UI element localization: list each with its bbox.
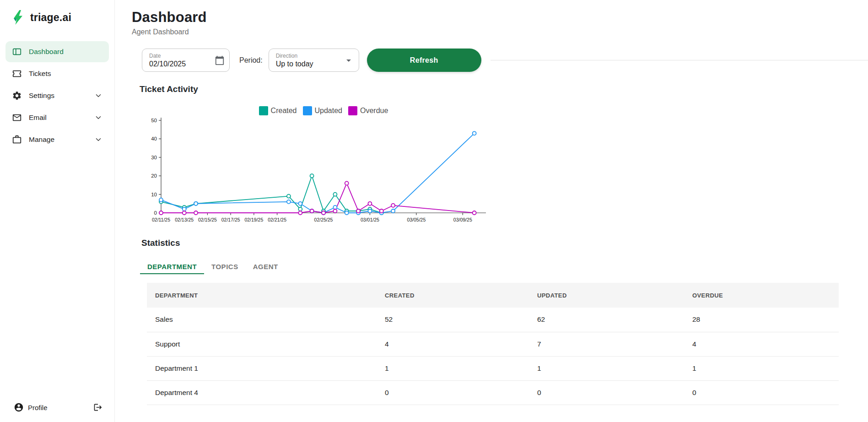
sidebar: triage.ai Dashboard Tickets Settings	[0, 0, 115, 422]
header-created: CREATED	[377, 283, 529, 308]
cell-overdue: 28	[684, 308, 839, 332]
stats-table-row: Support474	[147, 332, 839, 356]
svg-text:02/11/25: 02/11/25	[152, 217, 170, 222]
logout-button[interactable]	[92, 402, 103, 413]
chevron-down-icon	[94, 135, 102, 144]
tab-department[interactable]: DEPARTMENT	[140, 259, 204, 274]
legend-item-updated[interactable]: Updated	[303, 106, 343, 115]
cell-overdue: 0	[684, 380, 839, 405]
sidebar-item-label: Settings	[29, 92, 87, 100]
direction-select-value: Up to today	[276, 60, 340, 69]
cell-updated: 62	[529, 308, 684, 332]
sidebar-item-email[interactable]: Email	[5, 107, 109, 128]
statistics-title: Statistics	[141, 238, 868, 248]
svg-text:02/19/25: 02/19/25	[244, 217, 263, 222]
cell-overdue: 1	[684, 356, 839, 380]
stats-table-row: Sales526228	[147, 308, 839, 332]
chevron-down-icon	[94, 92, 102, 100]
dashboard-icon	[12, 47, 22, 57]
stats-table-row: Department 4000	[147, 380, 839, 405]
stats-table-row: Department 1111	[147, 356, 839, 380]
sidebar-item-dashboard[interactable]: Dashboard	[5, 41, 109, 62]
svg-text:03/09/25: 03/09/25	[453, 217, 472, 222]
svg-text:02/25/25: 02/25/25	[314, 217, 333, 222]
svg-text:02/21/25: 02/21/25	[268, 217, 286, 222]
page-title: Dashboard	[132, 9, 868, 26]
sidebar-item-manage[interactable]: Manage	[5, 129, 109, 150]
triage-logo-icon	[9, 9, 26, 26]
logout-icon	[93, 403, 102, 412]
period-label: Period:	[239, 56, 263, 65]
cell-created: 52	[377, 308, 529, 332]
ticket-activity-chart: 0102030405002/11/2502/13/2502/15/2502/17…	[132, 116, 498, 226]
direction-select[interactable]: Direction Up to today	[269, 49, 359, 72]
sidebar-item-label: Email	[29, 114, 87, 122]
sidebar-item-label: Tickets	[29, 70, 102, 78]
svg-text:03/01/25: 03/01/25	[361, 217, 379, 222]
tab-agent[interactable]: AGENT	[246, 259, 286, 274]
legend-swatch	[348, 106, 357, 115]
stats-table-body: Sales526228Support474Department 1111Depa…	[147, 308, 839, 405]
cell-updated: 0	[529, 380, 684, 405]
legend-label: Created	[271, 107, 297, 115]
tab-topics[interactable]: TOPICS	[204, 259, 246, 274]
legend-label: Updated	[315, 107, 343, 115]
cell-updated: 1	[529, 356, 684, 380]
svg-text:02/15/25: 02/15/25	[198, 217, 217, 222]
divider-line	[491, 60, 868, 60]
profile-label: Profile	[28, 404, 48, 411]
sidebar-item-label: Manage	[29, 135, 87, 144]
stats-table-header-row: DEPARTMENT CREATED UPDATED OVERDUE	[147, 283, 839, 308]
legend-swatch	[303, 106, 312, 115]
svg-text:0: 0	[154, 210, 157, 216]
main-content: Dashboard Agent Dashboard Date 02/10/202…	[115, 0, 868, 422]
date-field[interactable]: Date 02/10/2025	[142, 49, 230, 72]
svg-text:50: 50	[151, 118, 157, 123]
header-overdue: OVERDUE	[684, 283, 839, 308]
profile-button[interactable]: Profile	[14, 402, 48, 412]
date-field-label: Date	[149, 53, 211, 59]
legend-label: Overdue	[360, 107, 388, 115]
cell-created: 1	[377, 356, 529, 380]
briefcase-icon	[12, 135, 22, 145]
chart-legend: CreatedUpdatedOverdue	[132, 105, 498, 116]
brand-name: triage.ai	[30, 11, 71, 24]
sidebar-item-tickets[interactable]: Tickets	[5, 63, 109, 84]
cell-department: Sales	[147, 308, 377, 332]
stats-tabs: DEPARTMENT TOPICS AGENT	[140, 259, 868, 274]
date-field-value: 02/10/2025	[149, 60, 211, 69]
svg-text:02/13/25: 02/13/25	[175, 217, 194, 222]
svg-text:03/05/25: 03/05/25	[407, 217, 426, 222]
sidebar-item-label: Dashboard	[29, 48, 102, 56]
cell-created: 0	[377, 380, 529, 405]
legend-item-created[interactable]: Created	[259, 106, 297, 115]
sidebar-item-settings[interactable]: Settings	[5, 85, 109, 106]
header-department: DEPARTMENT	[147, 283, 377, 308]
ticket-activity-title: Ticket Activity	[140, 84, 868, 94]
svg-text:10: 10	[151, 192, 157, 197]
sidebar-nav: Dashboard Tickets Settings	[0, 41, 114, 150]
header-updated: UPDATED	[529, 283, 684, 308]
svg-text:40: 40	[151, 136, 157, 141]
cell-department: Support	[147, 332, 377, 356]
legend-item-overdue[interactable]: Overdue	[348, 106, 388, 115]
calendar-icon[interactable]	[215, 55, 225, 65]
direction-select-label: Direction	[276, 53, 340, 59]
cell-created: 4	[377, 332, 529, 356]
filters-row: Date 02/10/2025 Period: Direction Up to …	[142, 49, 868, 72]
legend-swatch	[259, 106, 268, 115]
page-subtitle: Agent Dashboard	[132, 27, 868, 37]
cell-updated: 7	[529, 332, 684, 356]
svg-text:02/17/25: 02/17/25	[221, 217, 240, 222]
refresh-button[interactable]: Refresh	[367, 49, 481, 72]
sidebar-footer: Profile	[0, 402, 114, 415]
stats-table-head: DEPARTMENT CREATED UPDATED OVERDUE	[147, 283, 839, 308]
person-icon	[14, 402, 24, 412]
gear-icon	[12, 91, 22, 101]
brand: triage.ai	[0, 0, 114, 26]
svg-text:20: 20	[151, 173, 157, 179]
mail-icon	[12, 113, 22, 123]
stats-table: DEPARTMENT CREATED UPDATED OVERDUE Sales…	[147, 283, 839, 405]
app-window: triage.ai Dashboard Tickets Settings	[0, 0, 868, 422]
cell-overdue: 4	[684, 332, 839, 356]
